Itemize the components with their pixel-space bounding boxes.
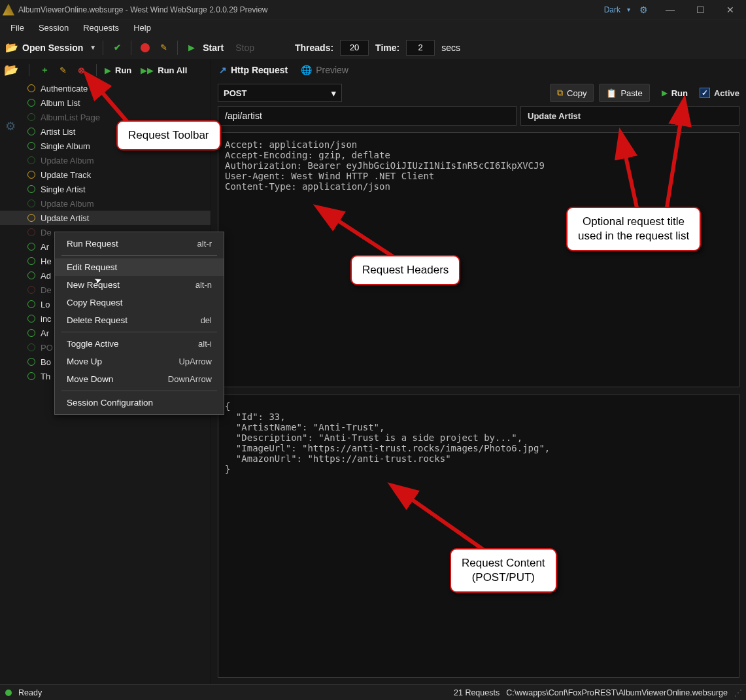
sidebar-item-label: Bo [41, 357, 51, 367]
menu-item-shortcut: UpArrow [178, 357, 212, 366]
time-input[interactable] [406, 40, 435, 56]
sidebar-item-label: Ad [41, 271, 51, 281]
settings-gear-icon[interactable]: ⚙ [5, 119, 16, 133]
record-icon[interactable] [141, 43, 150, 52]
close-button[interactable]: ✕ [717, 5, 743, 15]
chevron-down-icon[interactable]: ▾ [627, 6, 630, 13]
session-path: C:\wwapps\Conf\FoxProREST\AlbumViewerOnl… [506, 688, 728, 697]
menu-item-shortcut: alt-i [198, 339, 212, 349]
status-dot-icon [27, 271, 35, 279]
sidebar-item[interactable]: Single Artist [0, 182, 211, 196]
checkbox-label: Active [714, 88, 739, 98]
run-request-button[interactable]: ▶ Run [655, 84, 694, 102]
request-url-input[interactable]: /api/artist [218, 106, 517, 126]
chevron-down-icon[interactable]: ▼ [90, 44, 96, 51]
status-dot-icon [27, 84, 35, 92]
status-dot-icon [27, 300, 35, 308]
menu-item-label: Run Request [67, 239, 118, 249]
run-all-icon[interactable]: ▶▶ [141, 65, 154, 75]
tabbar: ↗ Http Request 🌐 Preview [211, 60, 746, 80]
main-toolbar: 📂 Open Session ▼ ✔ ✎ ▶ Start Stop Thread… [0, 35, 746, 60]
context-menu-item[interactable]: Session Configuration [55, 394, 224, 411]
status-dot-icon [27, 171, 35, 179]
menubar: File Session Requests Help [0, 20, 746, 35]
sidebar-item[interactable]: Update Artist [0, 211, 211, 225]
open-session-button[interactable]: Open Session [22, 43, 83, 53]
sidebar-item-label: Single Artist [41, 184, 86, 194]
menu-item-label: Session Configuration [67, 398, 153, 408]
run-button[interactable]: Run [115, 65, 131, 75]
status-dot-icon [27, 200, 35, 207]
menu-session[interactable]: Session [32, 22, 75, 34]
folder-icon[interactable]: 📂 [4, 63, 18, 77]
theme-selector[interactable]: Dark [604, 5, 620, 14]
edit-request-icon[interactable]: ✎ [56, 63, 70, 77]
context-menu-item[interactable]: New Requestalt-n [55, 276, 224, 294]
request-toolbar: 📂 ＋ ✎ ⊗ ▶ Run ▶▶ Run All [0, 60, 211, 80]
menu-requests[interactable]: Requests [76, 22, 126, 34]
gear-icon[interactable]: ⚙ [639, 5, 648, 15]
sidebar-item-label: Update Album [41, 199, 94, 209]
copy-button[interactable]: ⧉ Copy [550, 84, 594, 102]
sidebar-item-label: Update Track [41, 170, 91, 180]
status-dot-icon [27, 128, 35, 135]
check-icon[interactable]: ✔ [110, 41, 124, 55]
context-menu-item[interactable]: Move DownDownArrow [55, 370, 224, 388]
copy-icon: ⧉ [557, 88, 563, 98]
context-menu-item[interactable]: Edit Request [55, 258, 224, 276]
sidebar-item-label: Update Artist [41, 213, 89, 223]
status-dot-icon [27, 315, 35, 323]
sidebar-item[interactable]: Update Album [0, 196, 211, 211]
tab-http-request[interactable]: ↗ Http Request [219, 65, 288, 75]
time-unit: secs [441, 43, 460, 53]
callout-request-title: Optional request title used in the reque… [566, 207, 701, 251]
context-menu-item[interactable]: Run Requestalt-r [55, 235, 224, 253]
context-menu-item[interactable]: Toggle Activealt-i [55, 335, 224, 353]
tab-preview[interactable]: 🌐 Preview [301, 65, 348, 75]
button-label: Paste [620, 88, 642, 98]
sidebar-item-label: Single Album [41, 141, 90, 151]
status-dot-icon [27, 243, 35, 251]
sidebar-item[interactable]: Update Album [0, 153, 211, 167]
add-request-icon[interactable]: ＋ [37, 63, 52, 77]
sidebar-item-label: Authenticate [41, 84, 88, 94]
sidebar-item-label: inc [41, 314, 52, 324]
play-icon[interactable]: ▶ [184, 41, 199, 55]
minimize-button[interactable]: — [657, 5, 683, 15]
status-dot-icon [27, 156, 35, 164]
sidebar-item-label: Ar [41, 328, 49, 338]
context-menu-item[interactable]: Move UpUpArrow [55, 353, 224, 370]
time-label: Time: [375, 43, 399, 53]
menu-item-shortcut: DownArrow [168, 374, 212, 384]
sidebar-item[interactable]: Update Track [0, 167, 211, 182]
sidebar-item-label: PO [41, 343, 53, 353]
http-method-select[interactable]: POST ▾ [218, 84, 342, 102]
play-icon: ▶ [662, 88, 668, 97]
resize-grip-icon[interactable]: ⋰ [734, 688, 741, 697]
sidebar-item-label: De [41, 285, 52, 295]
folder-open-icon[interactable]: 📂 [5, 41, 18, 54]
menu-help[interactable]: Help [127, 22, 158, 34]
context-menu-item[interactable]: Copy Request [55, 294, 224, 311]
tab-label: Http Request [231, 65, 288, 75]
menu-file[interactable]: File [4, 22, 31, 34]
globe-icon: 🌐 [301, 65, 312, 75]
context-menu-item[interactable]: Delete Requestdel [55, 311, 224, 329]
edit-icon[interactable]: ✎ [156, 41, 171, 55]
run-all-button[interactable]: Run All [158, 65, 187, 75]
play-icon[interactable]: ▶ [105, 65, 111, 75]
callout-request-headers: Request Headers [350, 255, 460, 285]
maximize-button[interactable]: ☐ [687, 5, 713, 15]
status-text: Ready [18, 688, 42, 697]
chevron-down-icon: ▾ [331, 88, 336, 98]
active-checkbox[interactable]: ✓ Active [700, 88, 739, 98]
menu-item-label: Copy Request [67, 298, 123, 307]
paste-button[interactable]: 📋 Paste [599, 84, 649, 102]
tab-label: Preview [316, 65, 348, 75]
menu-item-label: Move Down [67, 374, 113, 384]
stop-button: Stop [235, 43, 254, 53]
delete-request-icon[interactable]: ⊗ [74, 63, 88, 77]
sidebar-item-label: Album List [41, 98, 80, 108]
threads-input[interactable] [340, 40, 369, 56]
start-button[interactable]: Start [203, 43, 224, 53]
